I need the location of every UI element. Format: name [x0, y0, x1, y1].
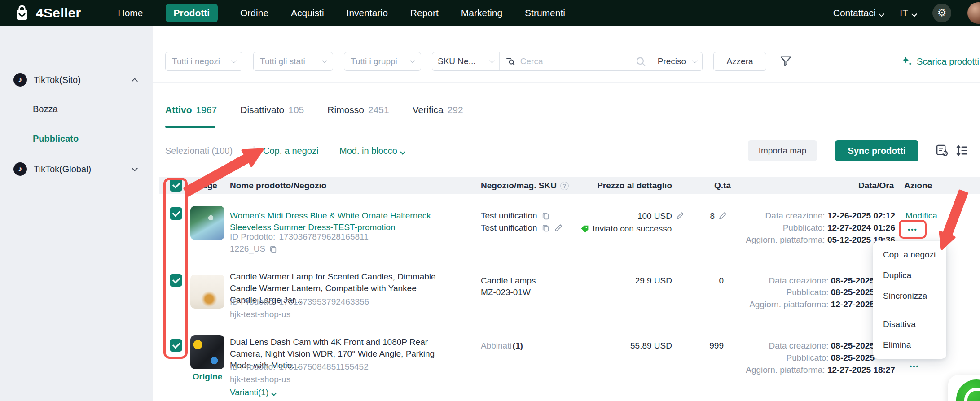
- row-density-icon[interactable]: [954, 144, 968, 157]
- quantity: 0: [719, 276, 724, 286]
- sidebar-item-pubblicato[interactable]: Pubblicato: [33, 134, 79, 144]
- date-created: Data creazione: 12-26-2025 02:12: [765, 211, 895, 221]
- menu-item-synchronize[interactable]: Sincronizza: [873, 286, 946, 306]
- row-checkbox[interactable]: [170, 274, 182, 287]
- clear-filters-button[interactable]: Azzera: [713, 52, 766, 71]
- product-id-line: ID Prodotto:1731675084851155452: [230, 362, 369, 372]
- language-menu[interactable]: IT: [900, 8, 916, 18]
- logo-text: 4Seller: [36, 5, 81, 21]
- sidebar: ♪ TikTok(Sito) Bozza Pubblicato ♪ TikTok…: [0, 26, 153, 401]
- user-avatar[interactable]: [967, 2, 980, 24]
- download-products-link[interactable]: Scarica prodotti: [901, 56, 979, 67]
- import-map-button[interactable]: Importa map: [748, 140, 817, 161]
- nav-item-acquisti[interactable]: Acquisti: [291, 8, 324, 18]
- section-divider: [153, 82, 980, 83]
- tab-attivo[interactable]: Attivo 1967: [165, 105, 217, 115]
- product-image[interactable]: [190, 275, 224, 309]
- copy-icon[interactable]: [269, 245, 277, 253]
- sync-products-button[interactable]: Sync prodotti: [835, 140, 918, 161]
- group-filter-select[interactable]: Tutti i gruppi: [344, 52, 421, 71]
- col-header-name: Nome prodotto/Negozio: [230, 181, 326, 191]
- custom-columns-icon[interactable]: [935, 144, 949, 157]
- product-image[interactable]: [190, 335, 224, 369]
- product-id-line: ID Prodotto:1730367879628165811: [230, 232, 369, 242]
- store-filter-select[interactable]: Tutti i negozi: [165, 52, 242, 71]
- shop-name-line: hjk-test-shop-us: [230, 309, 290, 319]
- tab-rimosso[interactable]: Rimosso 2451: [327, 105, 389, 115]
- tab-verifica[interactable]: Verifica 292: [413, 105, 463, 115]
- search-group: SKU Ne... Preciso: [432, 52, 703, 71]
- select-all-checkbox[interactable]: [170, 179, 182, 192]
- edit-pencil-icon[interactable]: [554, 223, 563, 232]
- annotation-checkbox-column-highlight: [163, 178, 188, 359]
- chevron-down-icon: [272, 391, 277, 396]
- bulkbar-divider: |: [253, 145, 255, 155]
- settings-button[interactable]: ⚙: [932, 4, 951, 22]
- variants-toggle[interactable]: Varianti(1): [230, 388, 276, 397]
- date-created: Data creazione: 08-25-2025: [769, 276, 875, 286]
- nav-item-inventario[interactable]: Inventario: [347, 8, 388, 18]
- more-actions-button[interactable]: •••: [904, 361, 925, 371]
- col-header-shop-sku: Negozio/mag. SKU ?: [481, 181, 569, 191]
- nav-item-ordine[interactable]: Ordine: [240, 8, 268, 18]
- chevron-down-icon: [132, 165, 138, 171]
- edit-qty-icon[interactable]: [718, 211, 727, 220]
- nav-item-home[interactable]: Home: [118, 8, 143, 18]
- col-header-qty: Q.tà: [714, 181, 731, 191]
- nav-item-report[interactable]: Report: [410, 8, 439, 18]
- tab-disattivato[interactable]: Disattivato 105: [240, 105, 304, 115]
- menu-item-copy-to-stores[interactable]: Cop. a negozi: [873, 244, 946, 265]
- bulk-edit-action[interactable]: Mod. in blocco: [339, 146, 404, 156]
- row-checkbox[interactable]: [170, 207, 182, 220]
- edit-product-action[interactable]: Modifica: [905, 211, 937, 221]
- product-image[interactable]: [190, 206, 224, 240]
- copy-to-stores-action[interactable]: Cop. a negozi: [263, 146, 318, 156]
- more-actions-button[interactable]: •••: [899, 220, 927, 239]
- matched-sku-line: Abbinati(1): [481, 341, 523, 351]
- retail-price: 55.89 USD: [630, 341, 672, 351]
- row-divider: [159, 269, 980, 269]
- filter-funnel-icon[interactable]: [779, 54, 793, 68]
- origin-badge: Origine: [190, 372, 224, 382]
- chevron-down-icon: [911, 11, 917, 17]
- menu-item-deactivate[interactable]: Disattiva: [873, 314, 946, 335]
- quantity: 8: [710, 211, 715, 221]
- nav-right: Contattaci IT ⚙: [833, 0, 980, 26]
- shop-sku-line: Test unification: [481, 211, 550, 221]
- sku-group-line: Candle Lamps: [481, 276, 536, 286]
- tag-icon: [580, 224, 589, 234]
- contact-menu[interactable]: Contattaci: [833, 8, 884, 18]
- menu-item-duplicate[interactable]: Duplica: [873, 265, 946, 286]
- edit-price-icon[interactable]: [676, 211, 685, 220]
- product-id-line: ID Prodotto:1731673953792463356: [230, 297, 369, 307]
- date-published: Pubblicato: 12-27-2024 01:26: [783, 223, 895, 233]
- sku-field-select[interactable]: SKU Ne...: [432, 52, 500, 70]
- seller-sku-line: 1226_US: [230, 244, 277, 254]
- row-actions-context-menu: Cop. a negozi Duplica Sincronizza Disatt…: [873, 241, 946, 359]
- sidebar-item-bozza[interactable]: Bozza: [33, 104, 58, 114]
- nav-item-strumenti[interactable]: Strumenti: [525, 8, 565, 18]
- search-icon[interactable]: [635, 56, 646, 67]
- logo[interactable]: 4Seller: [13, 4, 81, 22]
- search-input[interactable]: [520, 57, 630, 66]
- product-title-link[interactable]: Women's Midi Dress Blue & White Ornate H…: [230, 210, 437, 233]
- date-platform-updated: Aggiorn. piattaforma: 12-27-2025 18:27: [746, 365, 895, 375]
- precision-select[interactable]: Preciso: [652, 52, 702, 70]
- sidebar-section-tiktok-sito[interactable]: ♪ TikTok(Sito): [0, 73, 153, 87]
- col-header-action: Azione: [904, 181, 932, 191]
- tiktok-icon: ♪: [13, 73, 27, 87]
- search-input-wrap: [500, 52, 652, 70]
- menu-item-delete[interactable]: Elimina: [873, 335, 946, 355]
- help-icon[interactable]: ?: [560, 182, 569, 190]
- row-checkbox[interactable]: [170, 339, 182, 352]
- sidebar-section-tiktok-global[interactable]: ♪ TikTok(Global): [0, 162, 153, 176]
- retail-price: 29.9 USD: [635, 276, 672, 286]
- gear-icon: ⚙: [937, 7, 947, 19]
- nav-item-marketing[interactable]: Marketing: [461, 8, 502, 18]
- copy-icon[interactable]: [541, 212, 550, 220]
- chevron-down-icon: [489, 58, 494, 63]
- nav-item-prodotti[interactable]: Prodotti: [166, 4, 218, 22]
- copy-icon[interactable]: [541, 224, 550, 232]
- chevron-down-icon: [322, 58, 327, 63]
- status-filter-select[interactable]: Tutti gli stati: [253, 52, 333, 71]
